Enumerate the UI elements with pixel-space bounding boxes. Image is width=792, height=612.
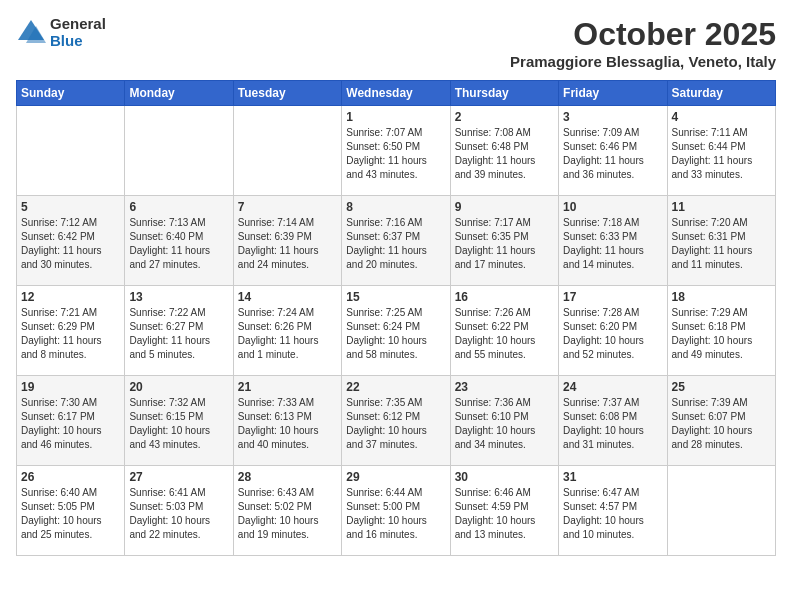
logo: General Blue <box>16 16 106 49</box>
calendar-cell: 14Sunrise: 7:24 AM Sunset: 6:26 PM Dayli… <box>233 286 341 376</box>
day-info: Sunrise: 7:18 AM Sunset: 6:33 PM Dayligh… <box>563 216 662 272</box>
day-number: 21 <box>238 380 337 394</box>
calendar-cell: 31Sunrise: 6:47 AM Sunset: 4:57 PM Dayli… <box>559 466 667 556</box>
calendar-cell: 30Sunrise: 6:46 AM Sunset: 4:59 PM Dayli… <box>450 466 558 556</box>
day-number: 2 <box>455 110 554 124</box>
weekday-header-tuesday: Tuesday <box>233 81 341 106</box>
weekday-header-friday: Friday <box>559 81 667 106</box>
calendar-cell: 6Sunrise: 7:13 AM Sunset: 6:40 PM Daylig… <box>125 196 233 286</box>
calendar-week-row: 12Sunrise: 7:21 AM Sunset: 6:29 PM Dayli… <box>17 286 776 376</box>
day-number: 3 <box>563 110 662 124</box>
day-info: Sunrise: 7:17 AM Sunset: 6:35 PM Dayligh… <box>455 216 554 272</box>
day-number: 14 <box>238 290 337 304</box>
calendar-week-row: 26Sunrise: 6:40 AM Sunset: 5:05 PM Dayli… <box>17 466 776 556</box>
day-number: 20 <box>129 380 228 394</box>
day-info: Sunrise: 7:12 AM Sunset: 6:42 PM Dayligh… <box>21 216 120 272</box>
calendar-cell: 28Sunrise: 6:43 AM Sunset: 5:02 PM Dayli… <box>233 466 341 556</box>
logo-icon <box>16 18 46 48</box>
day-info: Sunrise: 6:44 AM Sunset: 5:00 PM Dayligh… <box>346 486 445 542</box>
calendar-cell: 5Sunrise: 7:12 AM Sunset: 6:42 PM Daylig… <box>17 196 125 286</box>
calendar-table: SundayMondayTuesdayWednesdayThursdayFrid… <box>16 80 776 556</box>
calendar-cell: 23Sunrise: 7:36 AM Sunset: 6:10 PM Dayli… <box>450 376 558 466</box>
weekday-header-sunday: Sunday <box>17 81 125 106</box>
calendar-cell: 24Sunrise: 7:37 AM Sunset: 6:08 PM Dayli… <box>559 376 667 466</box>
calendar-cell: 27Sunrise: 6:41 AM Sunset: 5:03 PM Dayli… <box>125 466 233 556</box>
day-number: 27 <box>129 470 228 484</box>
day-info: Sunrise: 7:07 AM Sunset: 6:50 PM Dayligh… <box>346 126 445 182</box>
calendar-cell: 19Sunrise: 7:30 AM Sunset: 6:17 PM Dayli… <box>17 376 125 466</box>
day-info: Sunrise: 7:24 AM Sunset: 6:26 PM Dayligh… <box>238 306 337 362</box>
day-info: Sunrise: 7:33 AM Sunset: 6:13 PM Dayligh… <box>238 396 337 452</box>
weekday-header-row: SundayMondayTuesdayWednesdayThursdayFrid… <box>17 81 776 106</box>
calendar-cell <box>233 106 341 196</box>
day-number: 7 <box>238 200 337 214</box>
day-info: Sunrise: 7:39 AM Sunset: 6:07 PM Dayligh… <box>672 396 771 452</box>
calendar-cell: 18Sunrise: 7:29 AM Sunset: 6:18 PM Dayli… <box>667 286 775 376</box>
day-info: Sunrise: 6:41 AM Sunset: 5:03 PM Dayligh… <box>129 486 228 542</box>
calendar-cell: 15Sunrise: 7:25 AM Sunset: 6:24 PM Dayli… <box>342 286 450 376</box>
calendar-week-row: 5Sunrise: 7:12 AM Sunset: 6:42 PM Daylig… <box>17 196 776 286</box>
day-number: 10 <box>563 200 662 214</box>
day-info: Sunrise: 7:09 AM Sunset: 6:46 PM Dayligh… <box>563 126 662 182</box>
day-info: Sunrise: 7:36 AM Sunset: 6:10 PM Dayligh… <box>455 396 554 452</box>
day-info: Sunrise: 6:40 AM Sunset: 5:05 PM Dayligh… <box>21 486 120 542</box>
day-number: 28 <box>238 470 337 484</box>
day-number: 23 <box>455 380 554 394</box>
day-number: 5 <box>21 200 120 214</box>
month-title: October 2025 <box>510 16 776 53</box>
logo-text: General Blue <box>50 16 106 49</box>
day-number: 25 <box>672 380 771 394</box>
day-number: 16 <box>455 290 554 304</box>
calendar-week-row: 1Sunrise: 7:07 AM Sunset: 6:50 PM Daylig… <box>17 106 776 196</box>
day-number: 1 <box>346 110 445 124</box>
calendar-cell <box>17 106 125 196</box>
day-number: 9 <box>455 200 554 214</box>
day-info: Sunrise: 7:14 AM Sunset: 6:39 PM Dayligh… <box>238 216 337 272</box>
day-info: Sunrise: 7:29 AM Sunset: 6:18 PM Dayligh… <box>672 306 771 362</box>
day-info: Sunrise: 7:37 AM Sunset: 6:08 PM Dayligh… <box>563 396 662 452</box>
day-number: 19 <box>21 380 120 394</box>
day-info: Sunrise: 7:11 AM Sunset: 6:44 PM Dayligh… <box>672 126 771 182</box>
calendar-cell: 21Sunrise: 7:33 AM Sunset: 6:13 PM Dayli… <box>233 376 341 466</box>
calendar-cell: 12Sunrise: 7:21 AM Sunset: 6:29 PM Dayli… <box>17 286 125 376</box>
day-number: 17 <box>563 290 662 304</box>
calendar-cell: 9Sunrise: 7:17 AM Sunset: 6:35 PM Daylig… <box>450 196 558 286</box>
calendar-cell <box>667 466 775 556</box>
day-info: Sunrise: 7:20 AM Sunset: 6:31 PM Dayligh… <box>672 216 771 272</box>
day-info: Sunrise: 6:46 AM Sunset: 4:59 PM Dayligh… <box>455 486 554 542</box>
calendar-cell: 16Sunrise: 7:26 AM Sunset: 6:22 PM Dayli… <box>450 286 558 376</box>
day-info: Sunrise: 7:32 AM Sunset: 6:15 PM Dayligh… <box>129 396 228 452</box>
title-area: October 2025 Pramaggiore Blessaglia, Ven… <box>510 16 776 70</box>
day-number: 6 <box>129 200 228 214</box>
calendar-cell: 3Sunrise: 7:09 AM Sunset: 6:46 PM Daylig… <box>559 106 667 196</box>
day-info: Sunrise: 7:26 AM Sunset: 6:22 PM Dayligh… <box>455 306 554 362</box>
day-number: 24 <box>563 380 662 394</box>
day-number: 13 <box>129 290 228 304</box>
location-title: Pramaggiore Blessaglia, Veneto, Italy <box>510 53 776 70</box>
day-number: 22 <box>346 380 445 394</box>
day-number: 31 <box>563 470 662 484</box>
calendar-cell: 10Sunrise: 7:18 AM Sunset: 6:33 PM Dayli… <box>559 196 667 286</box>
day-number: 30 <box>455 470 554 484</box>
logo-blue-text: Blue <box>50 33 106 50</box>
logo-general-text: General <box>50 16 106 33</box>
page-header: General Blue October 2025 Pramaggiore Bl… <box>16 16 776 70</box>
day-info: Sunrise: 7:35 AM Sunset: 6:12 PM Dayligh… <box>346 396 445 452</box>
calendar-cell: 7Sunrise: 7:14 AM Sunset: 6:39 PM Daylig… <box>233 196 341 286</box>
calendar-cell: 26Sunrise: 6:40 AM Sunset: 5:05 PM Dayli… <box>17 466 125 556</box>
weekday-header-wednesday: Wednesday <box>342 81 450 106</box>
day-info: Sunrise: 7:30 AM Sunset: 6:17 PM Dayligh… <box>21 396 120 452</box>
calendar-cell: 4Sunrise: 7:11 AM Sunset: 6:44 PM Daylig… <box>667 106 775 196</box>
calendar-cell: 20Sunrise: 7:32 AM Sunset: 6:15 PM Dayli… <box>125 376 233 466</box>
day-info: Sunrise: 7:13 AM Sunset: 6:40 PM Dayligh… <box>129 216 228 272</box>
day-info: Sunrise: 7:08 AM Sunset: 6:48 PM Dayligh… <box>455 126 554 182</box>
day-info: Sunrise: 7:25 AM Sunset: 6:24 PM Dayligh… <box>346 306 445 362</box>
day-info: Sunrise: 7:21 AM Sunset: 6:29 PM Dayligh… <box>21 306 120 362</box>
day-info: Sunrise: 6:43 AM Sunset: 5:02 PM Dayligh… <box>238 486 337 542</box>
day-number: 26 <box>21 470 120 484</box>
calendar-cell: 13Sunrise: 7:22 AM Sunset: 6:27 PM Dayli… <box>125 286 233 376</box>
day-number: 12 <box>21 290 120 304</box>
calendar-week-row: 19Sunrise: 7:30 AM Sunset: 6:17 PM Dayli… <box>17 376 776 466</box>
calendar-cell: 17Sunrise: 7:28 AM Sunset: 6:20 PM Dayli… <box>559 286 667 376</box>
calendar-cell: 8Sunrise: 7:16 AM Sunset: 6:37 PM Daylig… <box>342 196 450 286</box>
